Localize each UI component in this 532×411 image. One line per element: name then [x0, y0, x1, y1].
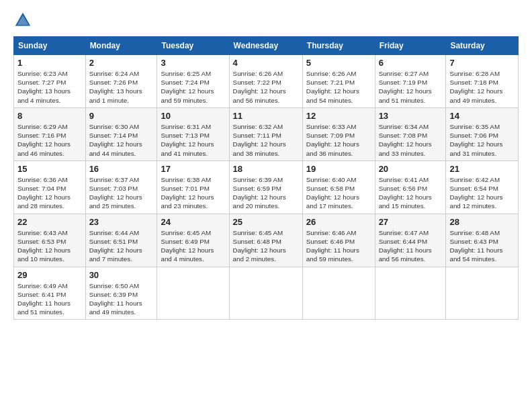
day-number: 27 [379, 217, 443, 227]
day-number: 25 [233, 217, 299, 227]
calendar-cell: 18Sunrise: 6:39 AM Sunset: 6:59 PM Dayli… [229, 161, 302, 214]
day-info: Sunrise: 6:23 AM Sunset: 7:27 PM Dayligh… [17, 69, 82, 105]
calendar-cell: 3Sunrise: 6:25 AM Sunset: 7:24 PM Daylig… [157, 55, 229, 108]
day-number: 6 [379, 58, 443, 68]
day-info: Sunrise: 6:43 AM Sunset: 6:53 PM Dayligh… [17, 228, 82, 264]
calendar-cell: 21Sunrise: 6:42 AM Sunset: 6:54 PM Dayli… [446, 161, 519, 214]
calendar-cell [446, 267, 519, 320]
calendar-cell: 4Sunrise: 6:26 AM Sunset: 7:22 PM Daylig… [229, 55, 302, 108]
day-header: Sunday [14, 37, 86, 55]
day-info: Sunrise: 6:38 AM Sunset: 7:01 PM Dayligh… [161, 175, 225, 211]
day-info: Sunrise: 6:47 AM Sunset: 6:44 PM Dayligh… [379, 228, 443, 264]
day-number: 24 [161, 217, 225, 227]
calendar-cell: 30Sunrise: 6:50 AM Sunset: 6:39 PM Dayli… [85, 267, 157, 320]
day-number: 5 [306, 58, 371, 68]
day-info: Sunrise: 6:41 AM Sunset: 6:56 PM Dayligh… [379, 175, 443, 211]
day-number: 11 [233, 111, 299, 121]
day-header: Tuesday [157, 37, 229, 55]
day-info: Sunrise: 6:40 AM Sunset: 6:58 PM Dayligh… [306, 175, 371, 211]
day-info: Sunrise: 6:29 AM Sunset: 7:16 PM Dayligh… [17, 122, 82, 158]
day-info: Sunrise: 6:50 AM Sunset: 6:39 PM Dayligh… [89, 281, 154, 317]
calendar-body: 1Sunrise: 6:23 AM Sunset: 7:27 PM Daylig… [14, 55, 519, 320]
day-number: 17 [161, 164, 225, 174]
page: SundayMondayTuesdayWednesdayThursdayFrid… [0, 0, 532, 326]
calendar-cell: 8Sunrise: 6:29 AM Sunset: 7:16 PM Daylig… [14, 107, 86, 161]
calendar-cell: 13Sunrise: 6:34 AM Sunset: 7:08 PM Dayli… [375, 107, 446, 161]
day-number: 1 [17, 58, 82, 68]
calendar-cell: 19Sunrise: 6:40 AM Sunset: 6:58 PM Dayli… [302, 161, 375, 214]
calendar-cell: 16Sunrise: 6:37 AM Sunset: 7:03 PM Dayli… [85, 161, 157, 214]
day-info: Sunrise: 6:45 AM Sunset: 6:48 PM Dayligh… [233, 228, 299, 264]
calendar-cell: 27Sunrise: 6:47 AM Sunset: 6:44 PM Dayli… [375, 214, 446, 267]
day-header: Monday [85, 37, 157, 55]
calendar-cell: 12Sunrise: 6:33 AM Sunset: 7:09 PM Dayli… [302, 107, 375, 161]
day-info: Sunrise: 6:45 AM Sunset: 6:49 PM Dayligh… [161, 228, 225, 264]
day-number: 10 [161, 111, 225, 121]
day-info: Sunrise: 6:44 AM Sunset: 6:51 PM Dayligh… [89, 228, 154, 264]
day-number: 19 [306, 164, 371, 174]
calendar-cell: 22Sunrise: 6:43 AM Sunset: 6:53 PM Dayli… [14, 214, 86, 267]
day-number: 4 [233, 58, 299, 68]
calendar-cell: 28Sunrise: 6:48 AM Sunset: 6:43 PM Dayli… [446, 214, 519, 267]
day-info: Sunrise: 6:34 AM Sunset: 7:08 PM Dayligh… [379, 122, 443, 158]
day-header: Wednesday [229, 37, 302, 55]
day-number: 15 [17, 164, 82, 174]
calendar-cell: 17Sunrise: 6:38 AM Sunset: 7:01 PM Dayli… [157, 161, 229, 214]
calendar-cell: 15Sunrise: 6:36 AM Sunset: 7:04 PM Dayli… [14, 161, 86, 214]
day-number: 20 [379, 164, 443, 174]
calendar-cell: 29Sunrise: 6:49 AM Sunset: 6:41 PM Dayli… [14, 267, 86, 320]
day-number: 21 [449, 164, 515, 174]
calendar-cell: 24Sunrise: 6:45 AM Sunset: 6:49 PM Dayli… [157, 214, 229, 267]
day-info: Sunrise: 6:25 AM Sunset: 7:24 PM Dayligh… [161, 69, 225, 105]
day-number: 29 [17, 270, 82, 280]
day-number: 7 [449, 58, 515, 68]
day-number: 8 [17, 111, 82, 121]
calendar-cell: 5Sunrise: 6:26 AM Sunset: 7:21 PM Daylig… [302, 55, 375, 108]
calendar-cell: 10Sunrise: 6:31 AM Sunset: 7:13 PM Dayli… [157, 107, 229, 161]
calendar-cell [229, 267, 302, 320]
day-info: Sunrise: 6:39 AM Sunset: 6:59 PM Dayligh… [233, 175, 299, 211]
day-header: Saturday [446, 37, 519, 55]
day-number: 9 [89, 111, 154, 121]
day-info: Sunrise: 6:30 AM Sunset: 7:14 PM Dayligh… [89, 122, 154, 158]
day-number: 2 [89, 58, 154, 68]
day-info: Sunrise: 6:46 AM Sunset: 6:46 PM Dayligh… [306, 228, 371, 264]
day-number: 23 [89, 217, 154, 227]
logo [13, 11, 35, 30]
calendar-table: SundayMondayTuesdayWednesdayThursdayFrid… [13, 36, 519, 320]
calendar-cell: 6Sunrise: 6:27 AM Sunset: 7:19 PM Daylig… [375, 55, 446, 108]
calendar-cell: 26Sunrise: 6:46 AM Sunset: 6:46 PM Dayli… [302, 214, 375, 267]
day-header: Friday [375, 37, 446, 55]
day-number: 22 [17, 217, 82, 227]
day-number: 30 [89, 270, 154, 280]
header [13, 11, 519, 30]
day-number: 3 [161, 58, 225, 68]
calendar-week-row: 15Sunrise: 6:36 AM Sunset: 7:04 PM Dayli… [14, 161, 519, 214]
day-number: 28 [449, 217, 515, 227]
day-number: 16 [89, 164, 154, 174]
day-info: Sunrise: 6:48 AM Sunset: 6:43 PM Dayligh… [449, 228, 515, 264]
calendar-cell: 9Sunrise: 6:30 AM Sunset: 7:14 PM Daylig… [85, 107, 157, 161]
calendar-cell: 25Sunrise: 6:45 AM Sunset: 6:48 PM Dayli… [229, 214, 302, 267]
day-info: Sunrise: 6:26 AM Sunset: 7:21 PM Dayligh… [306, 69, 371, 105]
day-info: Sunrise: 6:24 AM Sunset: 7:26 PM Dayligh… [89, 69, 154, 105]
day-info: Sunrise: 6:28 AM Sunset: 7:18 PM Dayligh… [449, 69, 515, 105]
calendar-cell: 7Sunrise: 6:28 AM Sunset: 7:18 PM Daylig… [446, 55, 519, 108]
day-number: 12 [306, 111, 371, 121]
calendar-cell: 20Sunrise: 6:41 AM Sunset: 6:56 PM Dayli… [375, 161, 446, 214]
day-info: Sunrise: 6:49 AM Sunset: 6:41 PM Dayligh… [17, 281, 82, 317]
day-number: 13 [379, 111, 443, 121]
calendar-header-row: SundayMondayTuesdayWednesdayThursdayFrid… [14, 37, 519, 55]
calendar-week-row: 1Sunrise: 6:23 AM Sunset: 7:27 PM Daylig… [14, 55, 519, 108]
day-info: Sunrise: 6:31 AM Sunset: 7:13 PM Dayligh… [161, 122, 225, 158]
day-number: 26 [306, 217, 371, 227]
day-header: Thursday [302, 37, 375, 55]
day-info: Sunrise: 6:33 AM Sunset: 7:09 PM Dayligh… [306, 122, 371, 158]
calendar-cell: 14Sunrise: 6:35 AM Sunset: 7:06 PM Dayli… [446, 107, 519, 161]
calendar-week-row: 22Sunrise: 6:43 AM Sunset: 6:53 PM Dayli… [14, 214, 519, 267]
calendar-week-row: 8Sunrise: 6:29 AM Sunset: 7:16 PM Daylig… [14, 107, 519, 161]
day-number: 14 [449, 111, 515, 121]
calendar-cell [302, 267, 375, 320]
day-info: Sunrise: 6:26 AM Sunset: 7:22 PM Dayligh… [233, 69, 299, 105]
calendar-cell: 11Sunrise: 6:32 AM Sunset: 7:11 PM Dayli… [229, 107, 302, 161]
